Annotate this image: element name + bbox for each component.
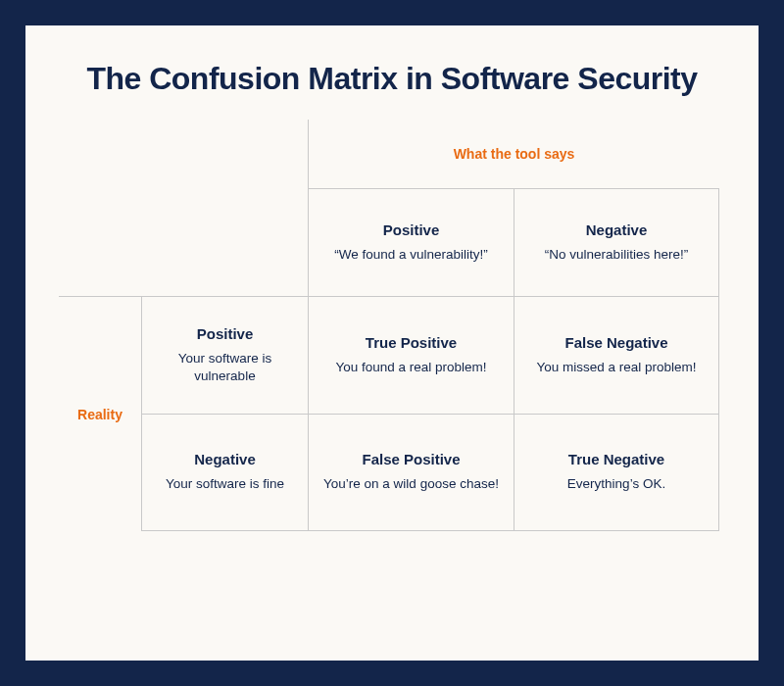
col-header-name: Positive bbox=[383, 221, 440, 238]
cell-name: False Positive bbox=[362, 451, 460, 467]
row-header-desc: Your software is fine bbox=[166, 475, 284, 493]
blank-cell bbox=[59, 188, 141, 296]
blank-cell bbox=[141, 120, 308, 188]
cell-name: False Negative bbox=[564, 334, 667, 351]
cell-desc: You missed a real problem! bbox=[536, 359, 696, 376]
row-header-name: Negative bbox=[194, 451, 256, 467]
row-header-negative: Negative Your software is fine bbox=[141, 414, 308, 531]
blank-cell bbox=[141, 188, 308, 296]
cell-false-positive: False Positive You’re on a wild goose ch… bbox=[308, 414, 514, 531]
blank-cell bbox=[59, 120, 141, 188]
cell-false-negative: False Negative You missed a real problem… bbox=[514, 296, 719, 414]
cell-name: True Positive bbox=[366, 334, 457, 351]
row-header-name: Positive bbox=[197, 325, 254, 342]
cell-desc: Everything’s OK. bbox=[567, 475, 665, 493]
cell-name: True Negative bbox=[568, 451, 664, 467]
rows-axis-label: Reality bbox=[59, 296, 141, 531]
cell-desc: You’re on a wild goose chase! bbox=[323, 475, 499, 493]
col-header-positive: Positive “We found a vulnerability!” bbox=[308, 188, 514, 296]
confusion-matrix: What the tool says Positive “We found a … bbox=[59, 120, 725, 531]
page-title: The Confusion Matrix in Software Securit… bbox=[59, 59, 725, 98]
cell-true-positive: True Positive You found a real problem! bbox=[308, 296, 514, 414]
col-header-desc: “We found a vulnerability!” bbox=[334, 246, 488, 264]
row-header-desc: Your software is vulnerable bbox=[150, 350, 300, 385]
columns-axis-text: What the tool says bbox=[454, 146, 575, 162]
cell-true-negative: True Negative Everything’s OK. bbox=[514, 414, 719, 531]
col-header-name: Negative bbox=[586, 221, 648, 238]
row-header-positive: Positive Your software is vulnerable bbox=[141, 296, 308, 414]
page-card: The Confusion Matrix in Software Securit… bbox=[25, 25, 759, 661]
columns-axis-label: What the tool says bbox=[308, 120, 719, 188]
cell-desc: You found a real problem! bbox=[335, 359, 486, 376]
col-header-negative: Negative “No vulnerabilities here!” bbox=[514, 188, 719, 296]
rows-axis-text: Reality bbox=[77, 407, 122, 422]
col-header-desc: “No vulnerabilities here!” bbox=[545, 246, 688, 264]
